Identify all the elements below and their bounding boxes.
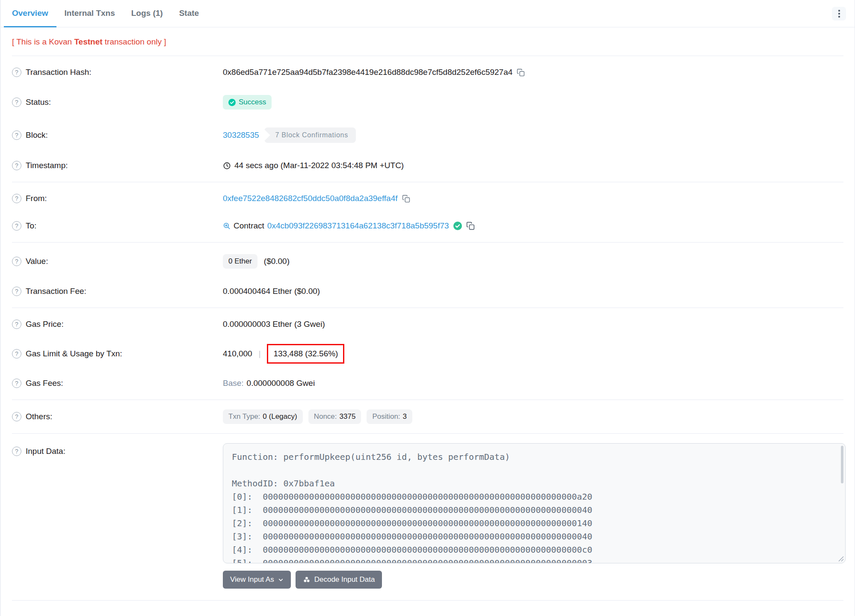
tab-state[interactable]: State bbox=[171, 0, 207, 27]
resize-grip-icon[interactable] bbox=[838, 556, 844, 562]
testnet-warning: [ This is a Kovan Testnet transaction on… bbox=[12, 27, 843, 56]
status-badge-label: Success bbox=[239, 98, 266, 107]
testnet-warning-prefix: [ This is a Kovan bbox=[12, 37, 74, 46]
status-badge: Success bbox=[223, 95, 272, 110]
view-input-as-button[interactable]: View Input As bbox=[223, 571, 291, 589]
row-timestamp: ? Timestamp: 44 secs ago (Mar-11-2022 03… bbox=[12, 152, 843, 179]
section-others: ? Others: Txn Type: 0 (Legacy) Nonce: 33… bbox=[12, 400, 843, 433]
clock-icon bbox=[223, 162, 231, 170]
gas-price-value: 0.000000003 Ether (3 Gwei) bbox=[223, 320, 325, 329]
tab-bar: Overview Internal Txns Logs (1) State bbox=[1, 0, 855, 27]
help-icon[interactable]: ? bbox=[12, 447, 21, 456]
input-data-word-4: [4]: 00000000000000000000000000000000000… bbox=[232, 543, 837, 557]
to-label: To: bbox=[26, 221, 36, 231]
gas-limit-label: Gas Limit & Usage by Txn: bbox=[26, 349, 122, 358]
row-input-data: ? Input Data: Function: performUpkeep(ui… bbox=[12, 436, 843, 598]
decode-input-data-button[interactable]: Decode Input Data bbox=[296, 571, 382, 589]
block-confirmations-badge: 7 Block Confirmations bbox=[264, 127, 356, 143]
help-icon[interactable]: ? bbox=[12, 161, 21, 170]
nonce-value: 3375 bbox=[340, 412, 356, 421]
input-data-methodid-line: MethodID: 0x7bbaf1ea bbox=[232, 477, 837, 490]
help-icon[interactable]: ? bbox=[12, 221, 21, 231]
timestamp-label: Timestamp: bbox=[26, 161, 68, 170]
row-transaction-fee: ? Transaction Fee: 0.000400464 Ether ($0… bbox=[12, 278, 843, 305]
help-icon[interactable]: ? bbox=[12, 257, 21, 266]
input-data-word-2: [2]: 00000000000000000000000000000000000… bbox=[232, 517, 837, 530]
copy-icon[interactable] bbox=[402, 195, 410, 203]
more-options-button[interactable] bbox=[832, 7, 846, 21]
value-badge: 0 Ether bbox=[223, 254, 257, 269]
help-icon[interactable]: ? bbox=[12, 194, 21, 203]
from-label: From: bbox=[26, 194, 47, 203]
row-status: ? Status: Success bbox=[12, 86, 843, 118]
row-gas-limit-usage: ? Gas Limit & Usage by Txn: 410,000 | 13… bbox=[12, 338, 843, 370]
txn-type-value: 0 (Legacy) bbox=[263, 412, 297, 421]
ellipsis-dot-icon bbox=[838, 16, 840, 18]
tab-logs[interactable]: Logs (1) bbox=[123, 0, 171, 27]
row-transaction-hash: ? Transaction Hash: 0x86ed5a771e725aa94d… bbox=[12, 59, 843, 86]
chevron-down-icon bbox=[278, 577, 284, 583]
decode-input-data-label: Decode Input Data bbox=[314, 575, 375, 584]
gas-limit-value: 410,000 bbox=[223, 349, 252, 358]
help-icon[interactable]: ? bbox=[12, 349, 21, 358]
help-icon[interactable]: ? bbox=[12, 287, 21, 296]
input-data-box[interactable]: Function: performUpkeep(uint256 id, byte… bbox=[223, 443, 846, 563]
ellipsis-dot-icon bbox=[838, 10, 840, 12]
others-label: Others: bbox=[26, 412, 52, 421]
success-check-icon bbox=[228, 99, 236, 106]
copy-icon[interactable] bbox=[466, 222, 475, 230]
value-label: Value: bbox=[26, 257, 48, 266]
txn-type-key: Txn Type: bbox=[228, 412, 260, 421]
input-data-blank-line bbox=[232, 464, 837, 477]
tab-internal-txns[interactable]: Internal Txns bbox=[56, 0, 123, 27]
help-icon[interactable]: ? bbox=[12, 68, 21, 77]
transaction-fee-label: Transaction Fee: bbox=[26, 287, 86, 296]
nonce-badge: Nonce: 3375 bbox=[308, 409, 361, 424]
row-from: ? From: 0xfee7522e8482682cf50ddc50a0f8da… bbox=[12, 185, 843, 212]
to-contract-link[interactable]: 0x4cb093f226983713164a62138c3f718a5b595f… bbox=[267, 221, 449, 231]
input-data-word-0: [0]: 00000000000000000000000000000000000… bbox=[232, 490, 837, 503]
position-value: 3 bbox=[403, 412, 407, 421]
row-gas-fees: ? Gas Fees: Base: 0.000000008 Gwei bbox=[12, 370, 843, 397]
input-data-label: Input Data: bbox=[26, 447, 65, 456]
ellipsis-dot-icon bbox=[838, 13, 840, 15]
input-data-word-3: [3]: 00000000000000000000000000000000000… bbox=[232, 530, 837, 543]
help-icon[interactable]: ? bbox=[12, 379, 21, 388]
row-gas-price: ? Gas Price: 0.000000003 Ether (3 Gwei) bbox=[12, 311, 843, 338]
section-basic: ? Transaction Hash: 0x86ed5a771e725aa94d… bbox=[12, 56, 843, 182]
zoom-in-icon[interactable] bbox=[223, 222, 231, 230]
row-others: ? Others: Txn Type: 0 (Legacy) Nonce: 33… bbox=[12, 403, 843, 431]
contract-word: Contract bbox=[234, 221, 264, 231]
gas-usage-value: 133,488 (32.56%) bbox=[273, 349, 338, 358]
verified-check-icon bbox=[453, 222, 462, 230]
section-parties: ? From: 0xfee7522e8482682cf50ddc50a0f8da… bbox=[12, 182, 843, 242]
txn-type-badge: Txn Type: 0 (Legacy) bbox=[223, 409, 303, 424]
testnet-warning-suffix: transaction only ] bbox=[103, 37, 166, 46]
decode-icon bbox=[303, 576, 311, 583]
help-icon[interactable]: ? bbox=[12, 412, 21, 421]
row-block: ? Block: 30328535 7 Block Confirmations bbox=[12, 118, 843, 152]
gas-fees-label: Gas Fees: bbox=[26, 379, 63, 388]
help-icon[interactable]: ? bbox=[12, 320, 21, 329]
nonce-key: Nonce: bbox=[314, 412, 337, 421]
transaction-detail-card: Overview Internal Txns Logs (1) State [ … bbox=[0, 0, 855, 616]
input-data-function-line: Function: performUpkeep(uint256 id, byte… bbox=[232, 450, 837, 464]
scrollbar-thumb[interactable] bbox=[841, 446, 843, 483]
transaction-hash-label: Transaction Hash: bbox=[26, 68, 91, 77]
row-to: ? To: Contract 0x4cb093f226983713164a621… bbox=[12, 212, 843, 240]
section-input-data: ? Input Data: Function: performUpkeep(ui… bbox=[12, 434, 843, 600]
section-value: ? Value: 0 Ether ($0.00) ? Transaction F… bbox=[12, 243, 843, 308]
pipe-separator: | bbox=[259, 349, 261, 358]
block-label: Block: bbox=[26, 130, 48, 140]
timestamp-value: 44 secs ago (Mar-11-2022 03:54:48 PM +UT… bbox=[234, 161, 404, 170]
block-link[interactable]: 30328535 bbox=[223, 130, 259, 140]
divider bbox=[12, 600, 843, 601]
block-confirmations-label: 7 Block Confirmations bbox=[275, 131, 348, 139]
help-icon[interactable]: ? bbox=[12, 130, 21, 140]
from-address-link[interactable]: 0xfee7522e8482682cf50ddc50a0f8da2a39effa… bbox=[223, 194, 398, 203]
section-gas: ? Gas Price: 0.000000003 Ether (3 Gwei) … bbox=[12, 308, 843, 400]
help-icon[interactable]: ? bbox=[12, 98, 21, 107]
input-data-word-5: [5]: 00000000000000000000000000000000000… bbox=[232, 557, 837, 563]
tab-overview[interactable]: Overview bbox=[4, 0, 56, 27]
copy-icon[interactable] bbox=[517, 68, 525, 77]
